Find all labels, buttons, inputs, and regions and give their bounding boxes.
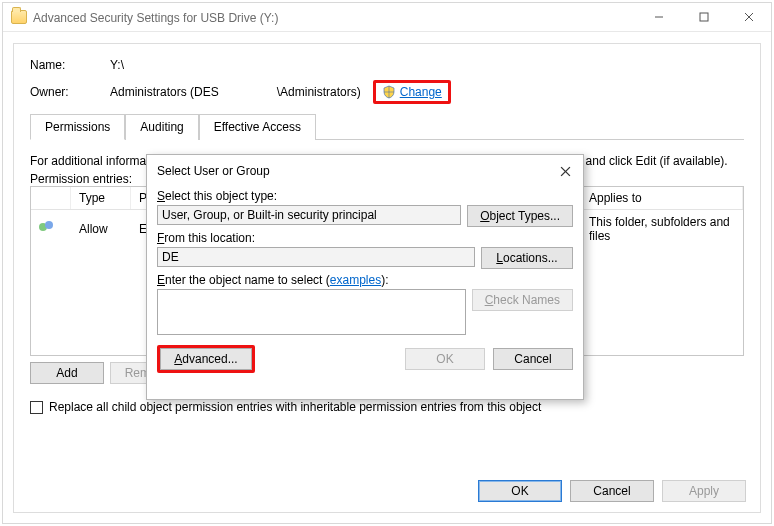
- examples-link[interactable]: examples: [330, 273, 381, 287]
- minimize-button[interactable]: [636, 3, 681, 31]
- dialog-title: Select User or Group: [157, 164, 270, 178]
- name-value: Y:\: [110, 58, 124, 72]
- replace-children-label: Replace all child object permission entr…: [49, 400, 541, 414]
- cancel-button[interactable]: Cancel: [570, 480, 654, 502]
- window-title: Advanced Security Settings for USB Drive…: [33, 10, 636, 25]
- advanced-button[interactable]: Advanced...: [160, 348, 252, 370]
- advanced-highlight: Advanced...: [157, 345, 255, 373]
- dialog-cancel-button[interactable]: Cancel: [493, 348, 573, 370]
- apply-button[interactable]: Apply: [662, 480, 746, 502]
- col-applies[interactable]: Applies to: [581, 187, 743, 209]
- close-button[interactable]: [726, 3, 771, 31]
- locations-button[interactable]: Locations...: [481, 247, 573, 269]
- shield-icon: [382, 85, 396, 99]
- name-label: Name:: [30, 58, 110, 72]
- tab-permissions[interactable]: Permissions: [30, 114, 125, 140]
- enter-name-label: Enter the object name to select (example…: [157, 273, 573, 287]
- change-owner-link[interactable]: Change: [400, 85, 442, 99]
- svg-rect-1: [700, 13, 708, 21]
- tabs: Permissions Auditing Effective Access: [30, 114, 744, 140]
- select-user-dialog: Select User or Group SSelect this object…: [146, 154, 584, 400]
- ok-button[interactable]: OK: [478, 480, 562, 502]
- owner-label: Owner:: [30, 85, 110, 99]
- users-icon: [39, 221, 55, 235]
- check-names-button[interactable]: Check Names: [472, 289, 573, 311]
- change-highlight: Change: [373, 80, 451, 104]
- add-button[interactable]: Add: [30, 362, 104, 384]
- object-name-input[interactable]: [157, 289, 466, 335]
- owner-value: Administrators (DES\Administrators): [110, 85, 361, 99]
- dialog-ok-button[interactable]: OK: [405, 348, 485, 370]
- location-label: From this location:: [157, 231, 573, 245]
- object-types-button[interactable]: Object Types...: [467, 205, 573, 227]
- titlebar: Advanced Security Settings for USB Drive…: [3, 3, 771, 32]
- dialog-close-button[interactable]: [555, 161, 575, 181]
- replace-children-checkbox[interactable]: [30, 401, 43, 414]
- col-type[interactable]: Type: [71, 187, 131, 209]
- folder-icon: [11, 10, 27, 24]
- tab-effective-access[interactable]: Effective Access: [199, 114, 316, 140]
- location-field[interactable]: [157, 247, 475, 267]
- object-type-field[interactable]: [157, 205, 461, 225]
- tab-auditing[interactable]: Auditing: [125, 114, 198, 140]
- object-type-label: SSelect this object type:elect this obje…: [157, 189, 573, 203]
- maximize-button[interactable]: [681, 3, 726, 31]
